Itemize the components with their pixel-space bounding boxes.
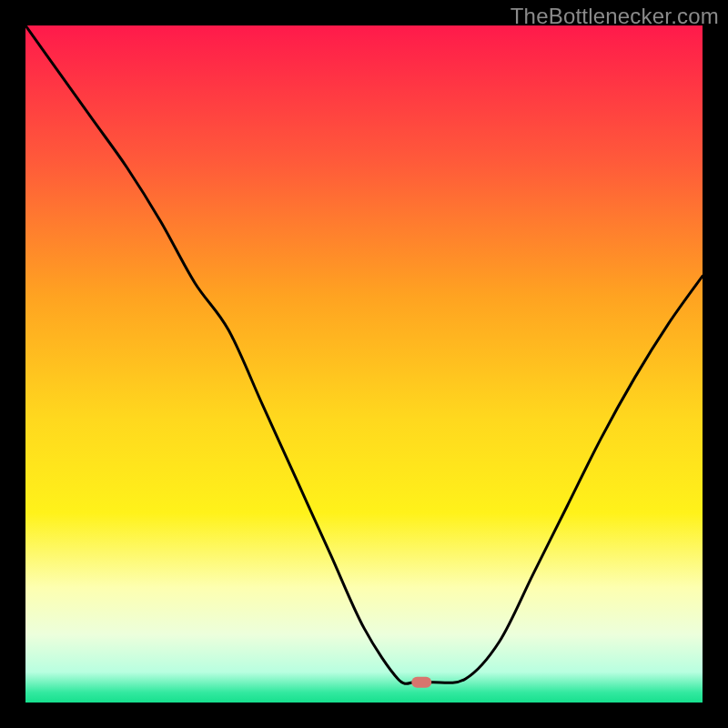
chart-frame: TheBottlenecker.com [0,0,728,728]
min-marker [411,677,431,688]
gradient-background [25,25,703,703]
plot-area [25,25,703,703]
watermark-text: TheBottlenecker.com [511,4,719,29]
chart-svg [25,25,703,703]
